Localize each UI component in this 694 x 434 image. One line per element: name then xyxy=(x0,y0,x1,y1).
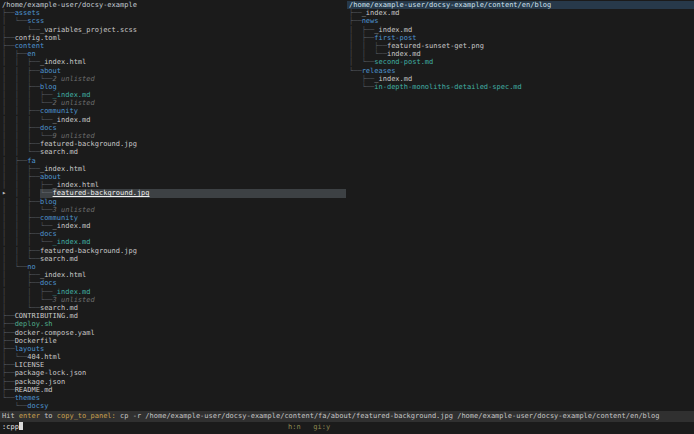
directory-name: docsy xyxy=(27,402,48,410)
tree-row[interactable]: │ ├──first-post xyxy=(349,34,694,42)
tree-row[interactable]: └──releases xyxy=(349,67,694,75)
tree-branch-lines: ├── xyxy=(2,312,15,320)
tree-row[interactable]: ├──Dockerfile xyxy=(2,337,346,345)
tree-row[interactable]: │ ├──_index.html xyxy=(2,271,346,279)
tree-row[interactable]: │ │ ├──about xyxy=(2,67,346,75)
tree-row[interactable]: ├──docker-compose.yaml xyxy=(2,329,346,337)
directory-name: blog xyxy=(40,83,57,91)
unlisted-count: 2 unlisted xyxy=(53,75,95,83)
file-name: docker-compose.yaml xyxy=(15,329,95,337)
directory-name: fa xyxy=(27,157,35,165)
tree-row[interactable]: │ │ ├──docs xyxy=(2,124,346,132)
tree-row[interactable]: │ └──no xyxy=(2,263,346,271)
tree-branch-lines: │ ├── xyxy=(2,271,40,279)
tree-row[interactable]: │ ├──fa xyxy=(2,157,346,165)
file-name: featured-background.jpg xyxy=(40,247,137,255)
tree-row[interactable]: ├──package-lock.json xyxy=(2,369,346,377)
right-tree-panel: /home/example-user/docsy-example/content… xyxy=(347,1,694,91)
selected-row-highlight[interactable]: └──featured-background.jpg xyxy=(40,189,346,197)
directory-name: layouts xyxy=(15,345,45,353)
tree-branch-lines: │ │ └── xyxy=(349,50,387,58)
status-hint-prefix: Hit xyxy=(2,412,19,420)
tree-row[interactable]: │ └──second-post.md xyxy=(349,58,694,66)
tree-row[interactable]: ├──layouts xyxy=(2,345,346,353)
tree-row[interactable]: └──docsy xyxy=(2,402,346,410)
tree-row[interactable]: │ │ │ ├──_index.html xyxy=(2,181,346,189)
tree-row[interactable]: │ │ │ └──_index.md xyxy=(2,238,346,246)
tree-row[interactable]: │ │ ├──docs xyxy=(2,230,346,238)
tree-branch-lines: ├── xyxy=(2,337,15,345)
tree-row[interactable]: │ └──search.md xyxy=(2,304,346,312)
tree-row[interactable]: └──themes xyxy=(2,394,346,402)
tree-row[interactable]: │ │ └──index.md xyxy=(349,50,694,58)
tree-branch-lines: │ │ ├── xyxy=(2,214,40,222)
tree-row[interactable]: ├──package.json xyxy=(2,378,346,386)
file-name: search.md xyxy=(40,304,78,312)
tree-row[interactable]: │ └──404.html xyxy=(2,353,346,361)
tree-row[interactable]: │ │ └──search.md xyxy=(2,255,346,263)
tree-row[interactable]: ├──content xyxy=(2,42,346,50)
tree-row[interactable]: │ │ ├──_index.html xyxy=(2,165,346,173)
tree-row[interactable]: │ │ │ └──2 unlisted xyxy=(2,99,346,107)
tree-branch-lines: ├── xyxy=(349,9,362,17)
tree-branch-lines: │ │ └── xyxy=(2,255,40,263)
directory-name: docs xyxy=(40,279,57,287)
tree-row[interactable]: │ │ ├──about xyxy=(2,173,346,181)
tree-row[interactable]: ├──config.toml xyxy=(2,34,346,42)
tree-row[interactable]: ├──LICENSE xyxy=(2,361,346,369)
tree-branch-lines: │ │ ├── xyxy=(2,173,40,181)
tree-row[interactable]: └──in-depth-monoliths-detailed-spec.md xyxy=(349,83,694,91)
tree-row[interactable]: │ │ ├──featured-background.jpg xyxy=(2,247,346,255)
tree-row[interactable]: │ │ │ └──_index.md xyxy=(2,116,346,124)
tree-branch-lines: ├── xyxy=(349,17,362,25)
tree-row[interactable]: │ │ │ ├──_index.md xyxy=(2,91,346,99)
tree-row[interactable]: │ ├──en xyxy=(2,50,346,58)
tree-row[interactable]: │ │ ├──community xyxy=(2,107,346,115)
file-name: README.md xyxy=(15,386,53,394)
tree-row[interactable]: │ │ ├──blog xyxy=(2,198,346,206)
tree-row[interactable]: │ ├──_index.md xyxy=(349,26,694,34)
tree-row[interactable]: │ │ │ └──2 unlisted xyxy=(2,75,346,83)
tree-branch-lines: │ │ │ └── xyxy=(2,116,53,124)
tree-row[interactable]: │ │ ├──community xyxy=(2,214,346,222)
tree-row[interactable]: ├──_index.md xyxy=(349,9,694,17)
tree-row[interactable]: │ ├──docs xyxy=(2,279,346,287)
tree-row[interactable]: │ └──_variables_project.scss xyxy=(2,26,346,34)
tree-branch-lines: └── xyxy=(2,394,15,402)
tree-row[interactable]: │ │ └──3 unlisted xyxy=(2,296,346,304)
tree-branch-lines: │ └── xyxy=(349,58,374,66)
command-input[interactable]: :cpp xyxy=(0,422,694,434)
tree-branch-lines: ├── xyxy=(2,386,15,394)
tree-row[interactable]: │ │ └──search.md xyxy=(2,148,346,156)
tree-branch-lines: │ └── xyxy=(2,26,40,34)
tree-row[interactable]: │ │ ├──featured-sunset-get.png xyxy=(349,42,694,50)
tree-row[interactable]: │ │ │ └──3 unlisted xyxy=(2,206,346,214)
tree-row[interactable]: ├──README.md xyxy=(2,386,346,394)
tree-row[interactable]: │ └──scss xyxy=(2,17,346,25)
directory-name: community xyxy=(40,107,78,115)
tree-row[interactable]: ├──CONTRIBUTING.md xyxy=(2,312,346,320)
tree-branch-lines: │ │ │ └── xyxy=(2,99,53,107)
tree-row[interactable]: │ │ │ └──_index.md xyxy=(2,222,346,230)
file-name: Dockerfile xyxy=(15,337,57,345)
tree-branch-lines: │ │ │ └── xyxy=(2,206,53,214)
tree-row[interactable]: │ │ ├──blog xyxy=(2,83,346,91)
tree-row[interactable]: │ │ │ └──9 unlisted xyxy=(2,132,346,140)
tree-row[interactable]: ├──news xyxy=(349,17,694,25)
tree-branch-lines: │ │ ├── xyxy=(2,58,40,66)
tree-row[interactable]: ├──deploy.sh xyxy=(2,320,346,328)
file-name: _variables_project.scss xyxy=(40,26,137,34)
tree-row[interactable]: │ │ ├──_index.md xyxy=(2,288,346,296)
unlisted-count: 9 unlisted xyxy=(53,132,95,140)
file-name: _index.md xyxy=(53,91,91,99)
file-name: featured-sunset-get.png xyxy=(387,42,484,50)
directory-name: scss xyxy=(27,17,44,25)
flag-hidden: h:n xyxy=(288,423,301,431)
tree-row[interactable]: ├──_index.md xyxy=(349,75,694,83)
tree-row[interactable]: ▸ │ │ └──featured-background.jpg xyxy=(2,189,346,197)
tree-row[interactable]: ├──assets xyxy=(2,9,346,17)
tree-row[interactable]: │ │ ├──_index.html xyxy=(2,58,346,66)
directory-name: docs xyxy=(40,230,57,238)
file-name: CONTRIBUTING.md xyxy=(15,312,78,320)
tree-row[interactable]: │ │ ├──featured-background.jpg xyxy=(2,140,346,148)
